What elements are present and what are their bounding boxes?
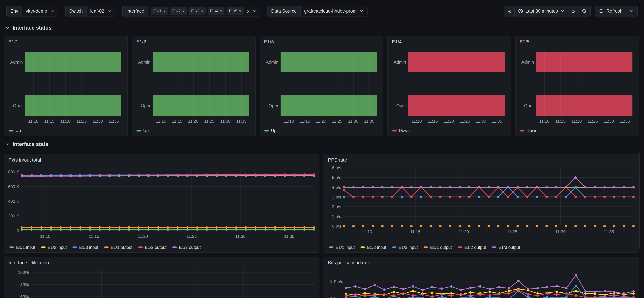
legend-item[interactable]: Up	[264, 128, 276, 133]
interface-chip[interactable]: E1/1x	[151, 7, 168, 15]
status-panel-e1-1: E1/1 Admin Oper 11:1011:1511:2011:2511:3…	[4, 36, 128, 136]
legend-item[interactable]: E1/2 output	[458, 245, 486, 250]
legend-item[interactable]: E1/3 input	[392, 245, 418, 250]
legend-item[interactable]: Up	[9, 128, 21, 133]
panel-title[interactable]: PPS rate	[328, 157, 347, 163]
row-label-admin: Admin	[134, 60, 150, 65]
chevron-down-icon[interactable]	[252, 9, 257, 13]
zoom-out-icon	[582, 9, 587, 14]
legend-label: E1/3 output	[498, 245, 520, 250]
legend-item[interactable]: E1/3 output	[172, 245, 201, 250]
gridline	[66, 52, 66, 117]
gridline	[161, 52, 161, 117]
legend-item[interactable]: Down	[520, 128, 538, 133]
legend-item[interactable]: E1/1 output	[424, 245, 452, 250]
gridline	[289, 52, 289, 117]
interface-filter: Interface E1/1x E1/2x E1/3x E1/4x E1/5x …	[122, 6, 260, 17]
time-axis: 11:1011:1511:2011:2511:3011:35	[25, 119, 121, 124]
time-zoom-out-button[interactable]	[578, 6, 590, 16]
switch-filter-value[interactable]: leaf-02	[87, 6, 115, 16]
x-tick-label: 11:20	[316, 119, 326, 124]
legend-item[interactable]: E1/1 input	[329, 245, 355, 250]
x-tick-label: 11:30	[348, 119, 358, 124]
remove-icon[interactable]: x	[239, 9, 241, 14]
oper-status-bar	[408, 95, 504, 116]
oper-status-bar	[280, 95, 377, 116]
svg-text:11:10: 11:10	[362, 229, 372, 234]
bits-chart: 3 Kib/s2 Kib/s1 Kib/s0 Kib/s11:1011:1511…	[324, 257, 638, 298]
oper-status-bar	[25, 95, 121, 116]
panel-title[interactable]: E1/5	[520, 39, 530, 45]
datasource-filter-selected: grafanacloud-hhdev-prom	[304, 9, 357, 14]
datasource-filter-label: Data Source	[268, 6, 301, 16]
interface-chip[interactable]: E1/3x	[189, 7, 206, 15]
oper-status-bar	[153, 95, 249, 116]
row-label-admin: Admin	[389, 60, 406, 65]
remove-icon[interactable]: x	[164, 9, 166, 14]
gridline	[465, 52, 465, 117]
gridline	[177, 52, 178, 117]
svg-text:11:30: 11:30	[235, 234, 246, 239]
panel-title[interactable]: Pkts in/out total	[8, 157, 41, 163]
time-shift-back-button[interactable]: «	[504, 6, 514, 16]
x-tick-label: 11:25	[332, 119, 342, 124]
legend-item[interactable]: Up	[136, 128, 148, 133]
x-tick-label: 11:10	[156, 119, 166, 124]
interface-chip[interactable]: E1/5x	[226, 7, 243, 15]
status-chart	[536, 52, 632, 117]
panel-title[interactable]: E1/2	[136, 39, 146, 45]
time-range-picker-button[interactable]: Last 30 minutes	[514, 6, 568, 16]
interface-filter-chips[interactable]: E1/1x E1/2x E1/3x E1/4x E1/5x x	[148, 6, 260, 16]
remove-icon[interactable]: x	[220, 9, 222, 14]
legend-item[interactable]: Down	[392, 128, 410, 133]
gridline	[225, 52, 226, 117]
admin-status-bar	[536, 52, 632, 72]
legend-item[interactable]: E1/3 input	[72, 245, 98, 250]
panel-title[interactable]: E1/1	[8, 39, 18, 45]
panel-title[interactable]: Bits per second rate	[328, 260, 370, 265]
status-panel-e1-4: E1/4 Admin Oper 11:1011:1511:2011:2511:3…	[388, 36, 511, 136]
legend-item[interactable]: E1/2 input	[41, 245, 67, 250]
oper-status-bar	[536, 95, 632, 116]
env-filter-value[interactable]: vlab-demo	[22, 6, 58, 16]
panel-title[interactable]: E1/3	[264, 39, 274, 45]
row-label-oper: Oper	[517, 103, 534, 108]
remove-icon[interactable]: x	[201, 9, 203, 14]
refresh-interval-button[interactable]	[626, 6, 638, 16]
dashboard-topbar: Env vlab-demo Switch leaf-02 Interface E…	[6, 6, 638, 17]
status-panel-e1-3: E1/3 Admin Oper 11:1011:1511:2011:2511:3…	[260, 36, 383, 136]
status-panels-row: E1/1 Admin Oper 11:1011:1511:2011:2511:3…	[4, 36, 639, 136]
refresh-button[interactable]: Refresh	[596, 6, 626, 16]
legend-pill	[72, 246, 77, 248]
gridline	[544, 52, 545, 117]
refresh-icon	[599, 9, 604, 14]
legend-item[interactable]: E1/3 output	[492, 245, 520, 250]
section-interface-stats[interactable]: Interface stats	[6, 141, 48, 147]
legend-item[interactable]: E1/1 input	[10, 245, 35, 250]
legend-label: E1/3 input	[398, 245, 418, 250]
row-label-oper: Oper	[261, 103, 278, 108]
panel-pkts-total: Pkts in/out total 800 K600 K400 K200 K01…	[4, 154, 320, 253]
env-filter: Env vlab-demo	[6, 6, 58, 17]
datasource-filter-value[interactable]: grafanacloud-hhdev-prom	[301, 6, 367, 16]
panel-title[interactable]: Interface Utilization	[8, 260, 49, 265]
remove-icon[interactable]: x	[182, 9, 184, 14]
legend-item[interactable]: E1/1 output	[104, 245, 132, 250]
panel-title[interactable]: E1/4	[392, 39, 402, 45]
gridline	[433, 52, 433, 117]
x-tick-label: 11:10	[539, 119, 550, 124]
interface-chip[interactable]: E1/2x	[170, 7, 187, 15]
section-interface-status[interactable]: Interface status	[6, 25, 52, 31]
page-scrollbar[interactable]	[638, 153, 640, 248]
interface-chip[interactable]: E1/4x	[208, 7, 224, 15]
variable-filters: Env vlab-demo Switch leaf-02 Interface E…	[6, 6, 368, 17]
time-shift-forward-button[interactable]: »	[568, 6, 578, 16]
gridline	[481, 52, 481, 117]
legend-item[interactable]: E1/2 output	[138, 245, 166, 250]
status-chart	[25, 52, 121, 117]
x-tick-label: 11:20	[572, 119, 582, 124]
legend-pill	[329, 246, 334, 248]
clear-all-icon[interactable]: x	[247, 9, 250, 14]
panel-pps-rate: PPS rate 6 p/s5 p/s4 p/s3 p/s2 p/s1 p/s0…	[324, 154, 639, 253]
legend-item[interactable]: E1/2 input	[360, 245, 386, 250]
